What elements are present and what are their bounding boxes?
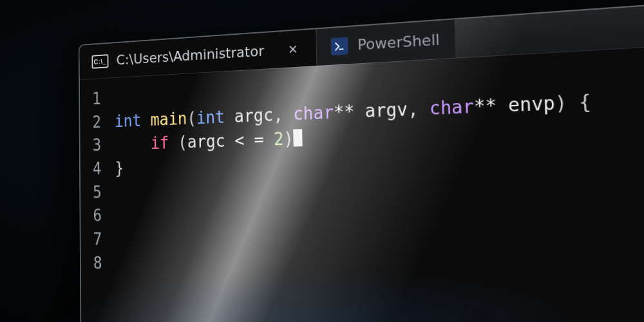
code-line: if (argc < = 2): [115, 129, 303, 155]
line-number: 3: [80, 134, 109, 158]
code-line: int main(int argc, char** argv, char** e…: [115, 91, 592, 131]
powershell-icon: [331, 37, 348, 55]
code-line: }: [115, 158, 124, 178]
line-number: 8: [81, 252, 110, 276]
code-area[interactable]: int main(int argc, char** argv, char** e…: [109, 38, 644, 322]
line-number: 6: [80, 204, 109, 228]
line-number: 2: [80, 110, 109, 135]
line-number: 1: [80, 87, 109, 111]
code-editor[interactable]: 1 2 3 4 5 6 7 8 int main(int argc, char*…: [80, 38, 644, 322]
line-number: 5: [80, 181, 109, 205]
line-number: 7: [80, 228, 109, 252]
close-icon: [289, 44, 298, 53]
terminal-window: C:\_ C:\Users\Administrator PowerShell: [79, 0, 644, 322]
tab-label: C:\Users\Administrator: [116, 43, 264, 68]
tab-powershell[interactable]: PowerShell: [316, 19, 455, 66]
line-number: 4: [80, 157, 109, 181]
cmd-icon: C:\_: [91, 54, 108, 69]
line-number-gutter: 1 2 3 4 5 6 7 8: [80, 79, 111, 322]
tab-label: PowerShell: [357, 31, 440, 53]
tab-close-button[interactable]: [284, 39, 302, 59]
text-cursor: [294, 129, 303, 147]
